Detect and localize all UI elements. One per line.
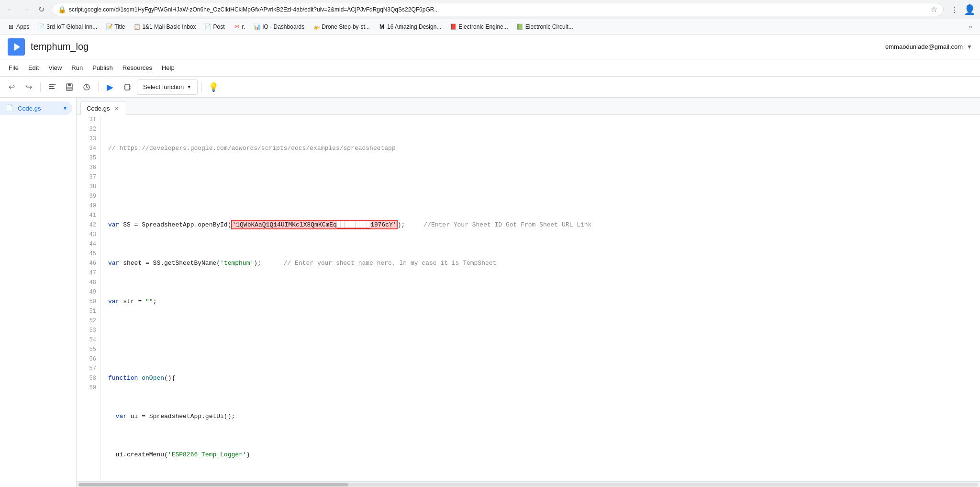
toolbar-divider-2 bbox=[98, 82, 99, 92]
tab-code-gs[interactable]: Code.gs ✕ bbox=[80, 101, 126, 115]
line-num-48: 48 bbox=[77, 278, 100, 287]
lock-icon: 🔒 bbox=[58, 6, 66, 13]
code-line-35: var str = ""; bbox=[108, 297, 980, 306]
menu-publish[interactable]: Publish bbox=[88, 61, 118, 74]
app-title: temphum_log bbox=[31, 41, 89, 52]
bookmark-io[interactable]: 📊 IO - Dashboards bbox=[250, 22, 308, 32]
bottom-scrollbar[interactable] bbox=[77, 481, 980, 487]
bookmark-1and1[interactable]: 📋 1&1 Mail Basic Inbox bbox=[130, 22, 200, 32]
bookmark-label-1: Title bbox=[114, 23, 125, 30]
run-history-button[interactable] bbox=[79, 79, 94, 95]
menu-edit[interactable]: Edit bbox=[23, 61, 44, 74]
extensions-button[interactable]: ⋮ bbox=[947, 3, 961, 16]
menu-run[interactable]: Run bbox=[67, 61, 88, 74]
bookmark-electronic-circuit[interactable]: 📗 Electronic Circuit... bbox=[513, 22, 577, 32]
bookmark-icon-9: 📗 bbox=[517, 23, 523, 30]
line-num-33: 33 bbox=[77, 134, 100, 144]
run-button[interactable]: ▶ bbox=[102, 79, 118, 95]
code-line-39: ui.createMenu('ESP8266_Temp_Logger') bbox=[108, 450, 980, 460]
sidebar-item-code-gs[interactable]: 📄 Code.gs ▾ bbox=[0, 102, 72, 115]
browser-bar: ← → ↻ 🔒 script.google.com/d/1sqm1HyFgyPW… bbox=[0, 0, 980, 19]
code-content[interactable]: // https://developers.google.com/adwords… bbox=[100, 115, 980, 481]
code-line-31: // https://developers.google.com/adwords… bbox=[108, 144, 980, 153]
bookmark-label-9: Electronic Circuit... bbox=[525, 23, 573, 30]
reload-button[interactable]: ↻ bbox=[34, 3, 48, 16]
code-line-36 bbox=[108, 335, 980, 345]
line-num-35: 35 bbox=[77, 153, 100, 163]
bookmark-drone[interactable]: 🚁 Drone Step-by-st... bbox=[309, 22, 374, 32]
save-button[interactable] bbox=[62, 79, 77, 95]
bookmark-amazing[interactable]: M 16 Amazing Design... bbox=[375, 22, 445, 32]
menu-file[interactable]: File bbox=[4, 61, 23, 74]
bookmark-apps-label: Apps bbox=[16, 23, 29, 30]
bookmark-apps[interactable]: ⊞ Apps bbox=[4, 22, 33, 32]
line-num-55: 55 bbox=[77, 345, 100, 354]
menu-resources[interactable]: Resources bbox=[118, 61, 157, 74]
svg-rect-8 bbox=[125, 84, 130, 90]
line-num-43: 43 bbox=[77, 230, 100, 239]
bookmark-icon-7: M bbox=[379, 23, 385, 30]
redo-button[interactable]: ↪ bbox=[21, 79, 36, 95]
bookmark-electronic-engine[interactable]: 📕 Electronic Engine... bbox=[446, 22, 512, 32]
line-num-47: 47 bbox=[77, 268, 100, 278]
debug-button[interactable] bbox=[120, 79, 135, 95]
format-button[interactable] bbox=[45, 79, 60, 95]
bookmark-label-8: Electronic Engine... bbox=[458, 23, 508, 30]
horizontal-scrollbar-thumb[interactable] bbox=[78, 483, 348, 487]
line-num-53: 53 bbox=[77, 326, 100, 335]
toolbar: ↩ ↪ ▶ Select function ▼ bbox=[0, 77, 980, 98]
line-num-51: 51 bbox=[77, 306, 100, 316]
undo-button[interactable]: ↩ bbox=[4, 79, 19, 95]
line-num-44: 44 bbox=[77, 239, 100, 249]
menu-view[interactable]: View bbox=[44, 61, 67, 74]
line-num-42: 42 bbox=[77, 220, 100, 230]
bookmark-label-7: 16 Amazing Design... bbox=[387, 23, 441, 30]
line-numbers: 31 32 33 34 35 36 37 38 39 40 41 42 43 4… bbox=[77, 115, 100, 481]
url-text: script.google.com/d/1sqm1HyFgyPWGniHJaW-… bbox=[69, 6, 928, 13]
select-function-button[interactable]: Select function ▼ bbox=[137, 79, 198, 95]
profile-button[interactable]: 👤 bbox=[963, 3, 976, 16]
line-num-41: 41 bbox=[77, 211, 100, 220]
line-num-54: 54 bbox=[77, 335, 100, 345]
svg-rect-3 bbox=[49, 88, 55, 89]
bookmark-3rd-iot[interactable]: 📄 3rd IoT Global Inn... bbox=[34, 22, 101, 32]
help-bulb-button[interactable]: 💡 bbox=[206, 79, 221, 95]
bookmark-label-5: IO - Dashboards bbox=[262, 23, 304, 30]
code-editor: 31 32 33 34 35 36 37 38 39 40 41 42 43 4… bbox=[77, 115, 980, 481]
nav-buttons: ← → ↻ bbox=[4, 3, 48, 16]
address-bar[interactable]: 🔒 script.google.com/d/1sqm1HyFgyPWGniHJa… bbox=[52, 3, 944, 16]
bookmark-title[interactable]: 📝 Title bbox=[102, 22, 129, 32]
bookmark-mail[interactable]: ✉ r. bbox=[230, 22, 249, 32]
line-num-36: 36 bbox=[77, 163, 100, 172]
bookmark-icon-3: 📄 bbox=[205, 23, 212, 30]
bookmark-label-2: 1&1 Mail Basic Inbox bbox=[142, 23, 196, 30]
code-gs-icon: 📄 bbox=[6, 104, 14, 112]
bookmark-star-icon[interactable]: ☆ bbox=[931, 5, 937, 14]
sidebar-chevron-icon: ▾ bbox=[64, 105, 67, 112]
line-num-52: 52 bbox=[77, 316, 100, 326]
horizontal-scrollbar-track[interactable] bbox=[78, 483, 978, 487]
code-line-34: var sheet = SS.getSheetByName('temphum')… bbox=[108, 259, 980, 268]
line-num-39: 39 bbox=[77, 192, 100, 201]
line-num-46: 46 bbox=[77, 259, 100, 268]
line-num-58: 58 bbox=[77, 374, 100, 383]
user-info[interactable]: emmaodunlade@gmail.com ▼ bbox=[885, 43, 972, 50]
forward-button[interactable]: → bbox=[19, 3, 33, 16]
bookmark-icon-0: 📄 bbox=[38, 23, 45, 30]
bookmarks-overflow-button[interactable]: » bbox=[965, 21, 976, 33]
svg-rect-6 bbox=[67, 87, 72, 90]
bookmark-icon-4: ✉ bbox=[234, 23, 240, 30]
code-line-38: var ui = SpreadsheetApp.getUi(); bbox=[108, 412, 980, 421]
menu-help[interactable]: Help bbox=[157, 61, 179, 74]
bookmark-post[interactable]: 📄 Post bbox=[201, 22, 229, 32]
line-num-40: 40 bbox=[77, 201, 100, 211]
svg-rect-2 bbox=[49, 86, 54, 87]
tab-close-button[interactable]: ✕ bbox=[112, 104, 120, 112]
back-button[interactable]: ← bbox=[4, 3, 17, 16]
bookmark-label-6: Drone Step-by-st... bbox=[322, 23, 370, 30]
line-num-56: 56 bbox=[77, 354, 100, 364]
line-num-49: 49 bbox=[77, 287, 100, 297]
sidebar: 📄 Code.gs ▾ bbox=[0, 98, 77, 487]
browser-actions: ⋮ 👤 bbox=[947, 3, 976, 16]
code-line-32 bbox=[108, 182, 980, 192]
